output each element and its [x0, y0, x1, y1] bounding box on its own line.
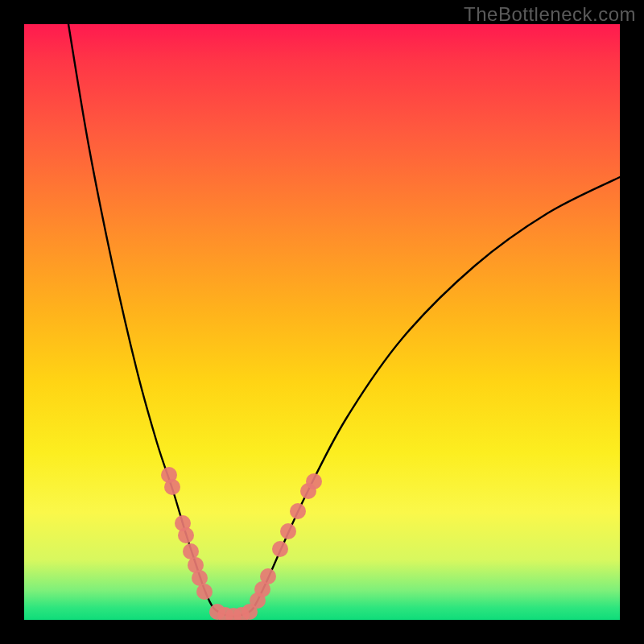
data-dot — [192, 570, 208, 586]
data-dots — [161, 467, 322, 620]
curve-layer — [24, 24, 620, 620]
watermark-text: TheBottleneck.com — [464, 3, 636, 26]
data-dot — [260, 568, 276, 584]
data-dot — [290, 503, 306, 519]
data-dot — [178, 527, 194, 543]
v-curve — [68, 24, 620, 616]
data-dot — [196, 584, 213, 600]
data-dot — [272, 541, 288, 557]
curve-line — [68, 24, 620, 616]
chart-container: TheBottleneck.com — [0, 0, 644, 644]
plot-area — [24, 24, 620, 620]
data-dot — [306, 473, 322, 489]
data-dot — [183, 543, 199, 559]
data-dot — [280, 523, 296, 539]
data-dot — [164, 479, 180, 495]
